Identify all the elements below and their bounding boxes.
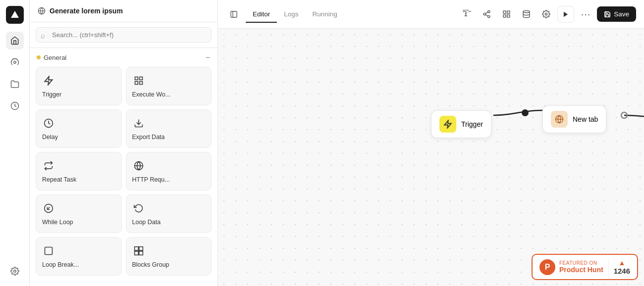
section-label: General xyxy=(44,54,66,61)
section-collapse-btn[interactable]: − xyxy=(205,53,211,62)
trigger-node-label: Trigger xyxy=(461,120,483,128)
topbar-actions: ⋯ Save xyxy=(458,6,636,23)
block-http-label: HTTP Requ... xyxy=(132,176,170,183)
database-btn[interactable] xyxy=(518,6,535,23)
block-delay-icon xyxy=(42,117,55,130)
panel-title: Generate lorem ipsum xyxy=(50,7,123,15)
svg-point-39 xyxy=(621,112,627,118)
share-btn[interactable] xyxy=(478,6,495,23)
svg-marker-0 xyxy=(11,11,19,18)
ph-logo-letter: P xyxy=(545,263,550,272)
svg-marker-6 xyxy=(45,77,53,85)
new-tab-node-label: New tab xyxy=(573,115,598,123)
ph-product-name: Product Hunt xyxy=(559,266,603,274)
block-export-label: Export Data xyxy=(132,134,165,141)
tab-editor[interactable]: Editor xyxy=(246,6,277,23)
blocks-list: General − Trigger Execute Wo... xyxy=(30,48,217,286)
trigger-node-icon xyxy=(439,116,456,133)
app-logo xyxy=(6,6,24,24)
search-bar xyxy=(30,22,217,48)
ph-count-number: 1246 xyxy=(614,267,630,275)
block-export-data[interactable]: Export Data xyxy=(126,109,212,148)
svg-rect-22 xyxy=(231,11,237,17)
sidebar-history-btn[interactable] xyxy=(6,97,24,115)
svg-rect-19 xyxy=(139,247,143,251)
grid-btn[interactable] xyxy=(498,6,515,23)
svg-point-3 xyxy=(13,270,16,273)
canvas[interactable]: Trigger New tab Scroll element P FEATURE… xyxy=(218,29,644,286)
run-btn[interactable] xyxy=(557,6,574,23)
block-delay-label: Delay xyxy=(42,134,58,141)
block-repeat-icon xyxy=(42,159,55,172)
block-loop-data-icon xyxy=(132,202,145,215)
svg-rect-17 xyxy=(45,247,53,255)
svg-marker-44 xyxy=(444,121,451,128)
block-loop-break-icon xyxy=(42,244,55,257)
svg-rect-32 xyxy=(507,11,510,13)
svg-rect-31 xyxy=(503,11,506,13)
svg-point-26 xyxy=(487,10,489,12)
ph-featured-label: FEATURED ON xyxy=(559,260,603,266)
sidebar-home-btn[interactable] xyxy=(6,32,24,49)
svg-rect-8 xyxy=(139,77,142,80)
block-loop-data[interactable]: Loop Data xyxy=(126,194,212,233)
node-trigger[interactable]: Trigger xyxy=(431,110,491,138)
block-trigger-icon xyxy=(42,74,55,87)
product-hunt-badge[interactable]: P FEATURED ON Product Hunt ▲ 1246 xyxy=(532,254,638,280)
panel-header: Generate lorem ipsum xyxy=(30,0,217,22)
tab-logs[interactable]: Logs xyxy=(277,6,305,23)
block-http-icon xyxy=(132,159,145,172)
block-execute-icon xyxy=(132,74,145,87)
svg-point-1 xyxy=(13,61,16,64)
globe-icon xyxy=(38,7,46,15)
sidebar-folder-btn[interactable] xyxy=(6,75,24,93)
ph-arrow-icon: ▲ xyxy=(618,259,625,267)
node-new-tab[interactable]: New tab xyxy=(542,105,606,133)
sidebar-settings-btn[interactable] xyxy=(6,262,24,280)
block-trigger-label: Trigger xyxy=(42,91,61,98)
save-label: Save xyxy=(614,10,629,18)
svg-line-30 xyxy=(485,12,488,14)
svg-point-38 xyxy=(522,109,529,116)
svg-rect-33 xyxy=(507,15,510,17)
svg-rect-34 xyxy=(503,15,506,17)
block-loop-break-label: Loop Break... xyxy=(42,261,79,268)
topbar-tabs: Editor Logs Running xyxy=(246,6,458,22)
svg-point-35 xyxy=(523,10,530,12)
svg-point-27 xyxy=(483,13,485,15)
sidebar-toggle-btn[interactable] xyxy=(226,6,242,22)
block-repeat-task[interactable]: Repeat Task xyxy=(36,152,122,191)
block-repeat-label: Repeat Task xyxy=(42,176,76,183)
block-while-loop[interactable]: While Loop xyxy=(36,194,122,233)
block-export-icon xyxy=(132,117,145,130)
save-icon xyxy=(604,11,611,18)
ph-count-section: ▲ 1246 xyxy=(608,259,630,275)
sidebar-icons xyxy=(0,0,30,286)
save-btn[interactable]: Save xyxy=(597,6,636,22)
svg-rect-10 xyxy=(135,82,138,85)
settings-btn[interactable] xyxy=(537,6,554,23)
new-tab-node-icon xyxy=(551,111,568,128)
ph-text: FEATURED ON Product Hunt xyxy=(559,260,603,274)
svg-marker-37 xyxy=(564,11,568,17)
block-loop-break[interactable]: Loop Break... xyxy=(36,237,122,276)
block-execute-label: Execute Wo... xyxy=(132,91,171,98)
blocks-grid: Trigger Execute Wo... Delay xyxy=(36,67,212,276)
block-blocks-group[interactable]: Blocks Group xyxy=(126,237,212,276)
ph-logo: P xyxy=(539,259,555,275)
block-execute-workflow[interactable]: Execute Wo... xyxy=(126,67,212,105)
block-delay[interactable]: Delay xyxy=(36,109,122,148)
search-input[interactable] xyxy=(36,27,212,43)
svg-point-28 xyxy=(487,15,489,17)
svg-line-29 xyxy=(485,15,488,16)
tab-running[interactable]: Running xyxy=(306,6,344,23)
more-btn[interactable]: ⋯ xyxy=(577,6,594,23)
section-header: General − xyxy=(36,53,212,62)
svg-point-36 xyxy=(545,13,547,15)
block-trigger[interactable]: Trigger xyxy=(36,67,122,105)
block-http-request[interactable]: HTTP Requ... xyxy=(126,152,212,191)
blocks-panel: Generate lorem ipsum General − Trigger xyxy=(30,0,218,286)
broadcast-btn[interactable] xyxy=(458,6,475,23)
sidebar-workflow-btn[interactable] xyxy=(6,53,24,71)
block-group-label: Blocks Group xyxy=(132,261,169,268)
